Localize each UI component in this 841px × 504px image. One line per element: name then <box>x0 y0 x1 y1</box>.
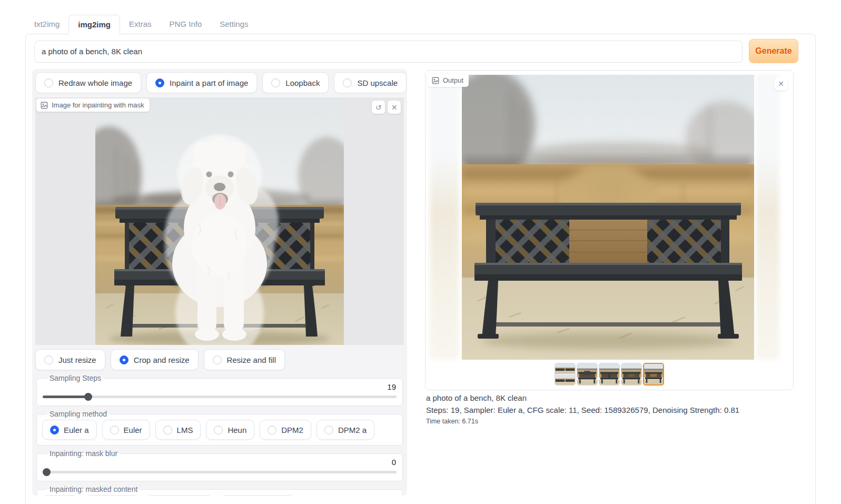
mask-blur-label: Inpainting: mask blur <box>47 449 120 458</box>
masked-content-original[interactable]: original <box>84 495 139 496</box>
masked-content-latent-nothing[interactable]: latent nothing <box>220 495 296 496</box>
sampler-label: Euler a <box>64 426 89 434</box>
generate-button[interactable]: Generate <box>749 39 798 63</box>
output-caption: a photo of a bench, 8K clean <box>426 393 527 402</box>
tab-img2img[interactable]: img2img <box>68 15 120 35</box>
sampling-method-field: Sampling method Euler a Euler LMS <box>36 410 403 446</box>
time-taken: Time taken: 6.71s <box>426 418 478 425</box>
close-output-icon[interactable]: ✕ <box>774 77 788 91</box>
resize-resize-and-fill[interactable]: Resize and fill <box>204 349 285 370</box>
image-editor-label-text: Image for inpainting with mask <box>52 101 144 109</box>
tab-bar: txt2img img2img Extras PNG Info Settings <box>25 15 257 34</box>
sampler-label: LMS <box>177 426 193 434</box>
editor-buttons: ↺ ✕ <box>372 101 401 114</box>
masked-content-selector: fill original latent noise latent nothin… <box>42 495 397 496</box>
tab-png-info[interactable]: PNG Info <box>161 15 211 34</box>
img2img-panel: a photo of a bench, 8K clean Generate Re… <box>25 34 816 504</box>
radio-icon <box>44 78 53 87</box>
gallery-thumbnail-1[interactable] <box>555 363 576 386</box>
sampler-label: DPM2 a <box>338 426 367 434</box>
tab-txt2img[interactable]: txt2img <box>25 15 68 34</box>
inpaint-source-image[interactable] <box>95 97 344 345</box>
radio-icon <box>214 426 223 434</box>
radio-icon <box>44 355 53 364</box>
slider-handle[interactable] <box>43 468 51 476</box>
gallery-thumbnail-4[interactable] <box>621 363 642 386</box>
sampling-method-label: Sampling method <box>47 410 110 418</box>
sampler-dpm2-a[interactable]: DPM2 a <box>316 420 374 440</box>
sampler-heun[interactable]: Heun <box>206 420 254 440</box>
mode-label: Inpaint a part of image <box>170 78 248 87</box>
tab-settings[interactable]: Settings <box>211 15 257 34</box>
generation-params: Steps: 19, Sampler: Euler a, CFG scale: … <box>426 406 739 414</box>
gallery-thumbnail-3[interactable] <box>599 363 620 386</box>
radio-icon <box>163 426 172 434</box>
radio-icon <box>213 355 222 364</box>
radio-icon <box>268 426 276 434</box>
output-image <box>462 75 754 360</box>
sampler-lms[interactable]: LMS <box>155 420 201 440</box>
mode-label: Redraw whole image <box>58 78 132 87</box>
resize-label: Crop and resize <box>134 355 190 364</box>
gallery-thumbnail-2[interactable] <box>577 363 598 386</box>
radio-selected-icon <box>50 426 59 434</box>
img2img-settings-column: Redraw whole image Inpaint a part of ima… <box>32 69 407 496</box>
masked-content-label: Inpainting: masked content <box>47 485 140 493</box>
inpaint-image-editor[interactable]: Image for inpainting with mask ↺ ✕ <box>35 97 404 345</box>
photo-edge-blur <box>430 75 459 360</box>
stable-diffusion-webui: txt2img img2img Extras PNG Info Settings… <box>0 0 841 504</box>
sampler-dpm2[interactable]: DPM2 <box>260 420 311 440</box>
sampling-method-selector: Euler a Euler LMS Heun <box>42 420 397 440</box>
resize-label: Resize and fill <box>227 355 276 364</box>
resize-just-resize[interactable]: Just resize <box>35 349 105 370</box>
resize-crop-and-resize[interactable]: Crop and resize <box>111 349 199 370</box>
masked-content-field: Inpainting: masked content fill original… <box>36 485 403 496</box>
undo-icon[interactable]: ↺ <box>372 101 385 114</box>
mode-label: SD upscale <box>357 78 398 87</box>
mask-blur-field: Inpainting: mask blur 0 <box>36 449 403 481</box>
sampler-euler-a[interactable]: Euler a <box>42 420 97 440</box>
slider-handle[interactable] <box>84 393 92 401</box>
masked-content-latent-noise[interactable]: latent noise <box>145 495 215 496</box>
dog-on-bench-photo <box>95 97 344 345</box>
radio-icon <box>324 426 333 434</box>
mask-blur-value: 0 <box>43 458 396 467</box>
tab-extras[interactable]: Extras <box>120 15 161 34</box>
sampling-steps-slider[interactable] <box>43 393 397 401</box>
radio-selected-icon <box>155 78 164 87</box>
sampler-label: Heun <box>227 426 246 434</box>
radio-icon <box>110 426 119 434</box>
sampler-euler[interactable]: Euler <box>102 420 150 440</box>
image-editor-label: Image for inpainting with mask <box>36 98 150 112</box>
output-gallery <box>426 363 793 386</box>
output-panel: Output ✕ <box>425 70 794 390</box>
sampler-label: DPM2 <box>281 426 303 434</box>
sampling-steps-label: Sampling Steps <box>47 374 104 382</box>
gallery-thumbnail-5-selected[interactable] <box>643 363 664 386</box>
masked-content-fill[interactable]: fill <box>42 495 79 496</box>
photo-edge-blur <box>756 75 779 360</box>
radio-icon <box>343 78 352 87</box>
resize-label: Just resize <box>58 355 96 364</box>
prompt-input[interactable]: a photo of a bench, 8K clean <box>34 41 743 63</box>
image-icon <box>432 77 439 84</box>
mode-loopback[interactable]: Loopback <box>262 72 329 93</box>
mode-redraw-whole-image[interactable]: Redraw whole image <box>35 72 141 93</box>
sampling-steps-field: Sampling Steps 19 <box>36 374 403 406</box>
mode-selector: Redraw whole image Inpaint a part of ima… <box>35 72 404 93</box>
mode-inpaint-part[interactable]: Inpaint a part of image <box>146 72 257 93</box>
mask-blur-slider[interactable] <box>43 468 397 476</box>
resize-mode-selector: Just resize Crop and resize Resize and f… <box>35 349 404 370</box>
output-label-text: Output <box>443 76 463 84</box>
clear-image-icon[interactable]: ✕ <box>388 101 401 114</box>
sampler-label: Euler <box>124 426 142 434</box>
sampling-steps-value: 19 <box>43 382 396 391</box>
mode-label: Loopback <box>285 78 320 87</box>
radio-icon <box>271 78 280 87</box>
image-icon <box>41 102 48 109</box>
output-label: Output <box>428 74 469 87</box>
mode-sd-upscale[interactable]: SD upscale <box>334 72 407 93</box>
radio-selected-icon <box>120 355 128 364</box>
bench-photo <box>462 75 754 360</box>
